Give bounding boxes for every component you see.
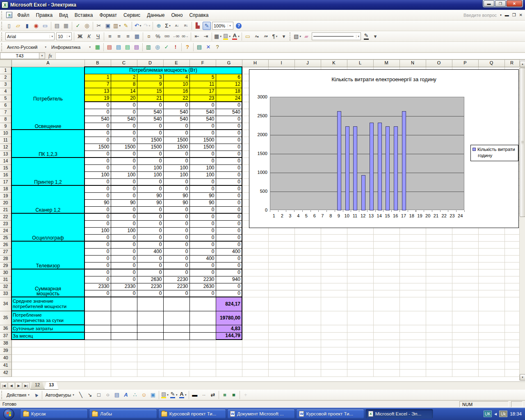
cell[interactable] xyxy=(189,347,216,354)
menu-item[interactable]: Вставка xyxy=(71,11,96,19)
hour-cell[interactable]: 10 xyxy=(163,81,189,88)
cell[interactable]: 0 xyxy=(111,220,137,227)
cell[interactable]: 90 xyxy=(163,199,189,206)
tab-scroll-icon[interactable]: ▶| xyxy=(23,382,30,389)
row-header[interactable]: 20 xyxy=(0,199,11,206)
cell[interactable]: 0 xyxy=(137,241,163,248)
dictionary-direction-combo[interactable]: Англо-Русский▾ xyxy=(5,43,48,51)
drawing-icon[interactable]: ✎ xyxy=(203,22,211,30)
row-header[interactable]: 16 xyxy=(0,171,11,178)
cell[interactable] xyxy=(426,262,452,269)
cell[interactable] xyxy=(426,227,452,234)
cell[interactable]: 2230 xyxy=(163,283,189,290)
align-right-icon[interactable]: ≡ xyxy=(124,32,132,41)
cell[interactable] xyxy=(478,297,504,311)
cell[interactable]: 0 xyxy=(163,262,189,269)
cell[interactable]: 0 xyxy=(137,178,163,185)
cell[interactable] xyxy=(163,325,189,332)
cell[interactable]: 0 xyxy=(84,151,111,158)
cell[interactable]: 0 xyxy=(111,241,137,248)
cell[interactable] xyxy=(426,255,452,262)
hour-cell[interactable]: 20 xyxy=(111,95,137,102)
cell[interactable] xyxy=(268,283,294,290)
cell[interactable] xyxy=(347,354,373,362)
toolbar-grip[interactable] xyxy=(1,22,3,30)
cell[interactable] xyxy=(268,241,294,248)
column-header[interactable]: K xyxy=(321,60,347,67)
cell[interactable]: 0 xyxy=(216,227,242,234)
language-indicator-secondary[interactable]: Uk xyxy=(499,411,507,417)
scroll-down-icon[interactable]: ▼ xyxy=(520,374,525,381)
clipart-icon[interactable]: ☺ xyxy=(140,391,148,399)
cell[interactable]: 0 xyxy=(163,213,189,220)
cell[interactable]: 0 xyxy=(163,269,189,276)
row-header[interactable]: 21 xyxy=(0,206,11,213)
cell[interactable] xyxy=(504,311,519,325)
cell[interactable]: 0 xyxy=(189,262,216,269)
cell[interactable] xyxy=(452,227,478,234)
menu-item[interactable]: Формат xyxy=(96,11,120,19)
cell[interactable]: 0 xyxy=(216,269,242,276)
column-header[interactable]: Q xyxy=(478,60,504,67)
cell[interactable] xyxy=(504,276,519,283)
row-header[interactable]: 24 xyxy=(0,227,11,234)
row-header[interactable]: 26 xyxy=(0,241,11,248)
row-header[interactable]: 36 xyxy=(0,325,11,332)
cell[interactable] xyxy=(426,283,452,290)
cell[interactable] xyxy=(452,347,478,354)
cell[interactable]: 0 xyxy=(163,290,189,297)
font-color-icon[interactable]: A▾ xyxy=(179,391,187,399)
vertical-scroll-thumb[interactable] xyxy=(520,68,525,217)
cell[interactable]: 2330 xyxy=(111,283,137,290)
cell[interactable] xyxy=(399,269,426,276)
text-box-icon[interactable]: ▤ xyxy=(113,391,121,399)
cell[interactable] xyxy=(163,297,189,311)
cell[interactable]: 0 xyxy=(84,220,111,227)
cell[interactable] xyxy=(84,325,111,332)
threed-style-icon[interactable]: ■ xyxy=(230,391,238,399)
cell[interactable]: 0 xyxy=(137,255,163,262)
cell[interactable] xyxy=(426,362,452,369)
cell[interactable] xyxy=(452,332,478,340)
cell[interactable] xyxy=(452,311,478,325)
save-icon[interactable]: ▮ xyxy=(23,22,31,30)
copy-icon[interactable]: ▣ xyxy=(104,22,112,30)
cell[interactable]: 0 xyxy=(111,276,137,283)
merge-center-icon[interactable]: ▦ xyxy=(133,32,141,41)
cell[interactable]: 540 xyxy=(137,109,163,116)
toolbar-grip[interactable] xyxy=(1,11,3,19)
cell[interactable] xyxy=(321,241,347,248)
row-header[interactable]: 34 xyxy=(0,297,11,311)
cell[interactable]: 100 xyxy=(137,171,163,178)
cell[interactable] xyxy=(399,290,426,297)
zoom-combo[interactable]: 100%▾ xyxy=(212,22,233,30)
cell[interactable] xyxy=(294,234,321,241)
cell[interactable] xyxy=(321,234,347,241)
cell[interactable]: 0 xyxy=(189,248,216,255)
cell[interactable]: 0 xyxy=(111,109,137,116)
hour-cell[interactable]: 23 xyxy=(189,95,216,102)
help-box-icon[interactable]: ? xyxy=(213,43,221,51)
cell[interactable]: 0 xyxy=(216,192,242,199)
cell[interactable]: 0 xyxy=(84,130,111,137)
cell[interactable]: 0 xyxy=(111,123,137,130)
cell[interactable]: 0 xyxy=(84,234,111,241)
consumer-label-cell[interactable]: Освещение xyxy=(11,102,84,130)
cell[interactable] xyxy=(478,347,504,354)
row-header[interactable]: 14 xyxy=(0,158,11,164)
toolbar-grip[interactable] xyxy=(1,32,3,41)
line-style-combo[interactable]: ▾ xyxy=(312,32,361,40)
cell[interactable]: 100 xyxy=(84,171,111,178)
cell[interactable]: 540 xyxy=(163,109,189,116)
font-name-combo[interactable]: Arial▾ xyxy=(5,32,55,40)
cell[interactable] xyxy=(373,297,399,311)
toolbar-options-icon[interactable]: ▾ xyxy=(280,32,288,41)
cell[interactable] xyxy=(373,262,399,269)
cell[interactable]: 0 xyxy=(111,213,137,220)
cell[interactable] xyxy=(111,347,137,354)
cell[interactable] xyxy=(478,290,504,297)
cell[interactable]: 1500 xyxy=(189,137,216,144)
cell[interactable] xyxy=(373,340,399,347)
cell[interactable]: 0 xyxy=(111,234,137,241)
cell[interactable]: 0 xyxy=(111,178,137,185)
